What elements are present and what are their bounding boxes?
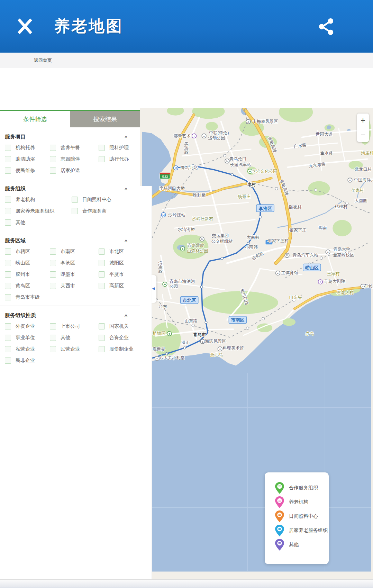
filter-option[interactable]: 养老机构 (5, 196, 72, 203)
checkbox[interactable] (5, 323, 11, 329)
checkbox[interactable] (50, 335, 56, 341)
checkbox[interactable] (99, 346, 105, 352)
filter-option[interactable]: 外资企业 (5, 323, 50, 330)
map-label: 山东头 (289, 295, 302, 300)
filter-option[interactable]: 平度市 (99, 271, 140, 278)
map-label: 公园 (170, 284, 178, 289)
checkbox[interactable] (50, 346, 56, 352)
checkbox[interactable] (5, 156, 11, 162)
filter-option-label: 便民维修 (16, 168, 35, 174)
filter-option[interactable]: 市南区 (50, 248, 99, 255)
filter-option[interactable]: 私营企业 (5, 346, 50, 353)
filter-option[interactable]: 合资企业 (99, 334, 140, 341)
filter-option[interactable]: 市北区 (99, 248, 140, 255)
checkbox[interactable] (5, 260, 11, 266)
filter-option[interactable]: 胶州市 (5, 271, 50, 278)
filter-option-label: 莱西市 (61, 283, 75, 289)
checkbox[interactable] (99, 283, 105, 289)
filter-option[interactable]: 城阳区 (99, 260, 140, 266)
checkbox[interactable] (50, 283, 56, 289)
filter-option[interactable]: 黄岛区 (5, 282, 50, 289)
checkbox[interactable] (5, 219, 11, 226)
share-icon[interactable] (318, 18, 334, 35)
collapse-chevron-icon[interactable]: ∧ (124, 135, 128, 139)
tab-filter[interactable]: 条件筛选 (0, 111, 70, 127)
checkbox[interactable] (5, 197, 11, 203)
filter-option[interactable]: 事业单位 (5, 334, 50, 341)
checkbox[interactable] (50, 248, 56, 255)
map-label: 主体育馆 (281, 270, 298, 275)
filter-option[interactable]: 崂山区 (5, 260, 50, 266)
filter-option-label: 国家机关 (109, 323, 129, 329)
filter-option[interactable]: 助洁助浴 (5, 156, 50, 163)
legend-item-label: 居家养老服务组织 (289, 527, 328, 534)
map-label: 杨哥庄 (238, 194, 251, 199)
collapse-chevron-icon[interactable]: ∧ (124, 313, 128, 318)
filter-option[interactable]: 其他 (5, 219, 72, 226)
filter-section: 服务组织性质∧外资企业上市公司国家机关事业单位其他合资企业私营企业民营企业股份制… (0, 306, 140, 369)
checkbox[interactable] (50, 145, 56, 151)
filter-option-label: 城阳区 (109, 260, 124, 266)
filter-option[interactable]: 营养午餐 (50, 144, 99, 151)
checkbox[interactable] (99, 145, 105, 151)
checkbox[interactable] (5, 283, 11, 289)
filter-option[interactable]: 即墨市 (50, 271, 99, 278)
checkbox[interactable] (99, 323, 105, 329)
filter-option[interactable]: 其他 (50, 334, 99, 341)
filter-option[interactable]: 日间照料中心 (72, 196, 140, 203)
checkbox[interactable] (5, 346, 11, 352)
collapse-chevron-icon[interactable]: ∧ (124, 238, 128, 243)
filter-option[interactable]: 机构托养 (5, 144, 50, 151)
filter-option[interactable]: 民非企业 (5, 357, 50, 364)
checkbox[interactable] (50, 271, 56, 278)
filter-option[interactable]: 合作服务商 (72, 208, 140, 215)
back-home-link[interactable]: 返回首页 (34, 57, 52, 64)
checkbox[interactable] (5, 271, 11, 278)
filter-option[interactable]: 高新区 (99, 282, 140, 289)
checkbox[interactable] (99, 156, 105, 162)
filter-option[interactable]: 助行代办 (99, 156, 140, 163)
checkbox[interactable] (72, 197, 78, 203)
checkbox[interactable] (5, 358, 11, 364)
map-canvas[interactable]: ♪葵青艺术●中联(李沧)运动公园▲十梅庵风景区世园大道广水路金水路九水东路北龙口… (140, 108, 373, 579)
checkbox[interactable] (99, 248, 105, 255)
filter-option[interactable]: 上市公司 (50, 323, 99, 330)
map-label: 青岛北岭 (187, 243, 204, 248)
filter-option-label: 上市公司 (61, 323, 80, 329)
checkbox[interactable] (99, 260, 105, 266)
zoom-in-button[interactable]: + (357, 114, 369, 128)
filter-option[interactable]: 青岛市本级 (5, 294, 50, 301)
filter-option[interactable]: 居家护送 (50, 167, 99, 174)
checkbox[interactable] (5, 248, 11, 255)
checkbox[interactable] (99, 335, 105, 341)
checkbox[interactable] (5, 208, 11, 214)
filter-option[interactable]: 市辖区 (5, 248, 50, 255)
filter-option[interactable]: 国家机关 (99, 323, 140, 330)
filter-option[interactable]: 居家养老服务组织 (5, 208, 72, 215)
checkbox[interactable] (5, 168, 11, 174)
filter-option[interactable]: 李沧区 (50, 260, 99, 266)
collapse-chevron-icon[interactable]: ∧ (124, 187, 128, 191)
checkbox[interactable] (5, 335, 11, 341)
map-label: 运动公园 (208, 136, 225, 141)
filter-section-title: 服务区域 (5, 237, 26, 244)
filter-option[interactable]: 志愿陪伴 (50, 156, 99, 163)
close-icon[interactable] (16, 17, 34, 35)
filter-option[interactable]: 莱西市 (50, 282, 99, 289)
filter-option[interactable]: 民营企业 (50, 346, 99, 353)
checkbox[interactable] (99, 271, 105, 278)
checkbox[interactable] (5, 145, 11, 151)
checkbox[interactable] (50, 323, 56, 329)
checkbox[interactable] (50, 156, 56, 162)
checkbox[interactable] (72, 208, 78, 214)
filter-option[interactable]: 股份制企业 (99, 346, 140, 353)
filter-option[interactable]: 照料护理 (99, 144, 140, 151)
checkbox[interactable] (50, 260, 56, 266)
legend-item-label: 其他 (289, 542, 299, 548)
checkbox[interactable] (5, 294, 11, 300)
panel-collapse-handle[interactable]: ◀ (152, 275, 156, 303)
checkbox[interactable] (50, 168, 56, 174)
zoom-out-button[interactable]: − (357, 128, 369, 142)
tab-results[interactable]: 搜索结果 (70, 111, 140, 127)
filter-option[interactable]: 便民维修 (5, 167, 50, 174)
